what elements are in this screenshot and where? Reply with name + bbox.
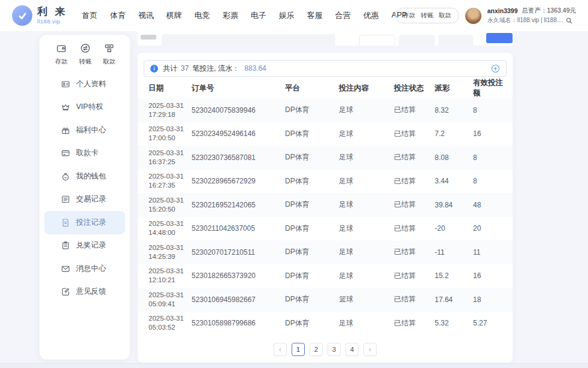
nav-item[interactable]: 视讯 — [138, 10, 154, 21]
cell-payout: 8.32 — [435, 106, 473, 114]
cell-payout: -11 — [435, 248, 473, 257]
sidebar-item[interactable]: 兑奖记录 — [44, 234, 125, 258]
sidebar-item[interactable]: 福利中心 — [44, 119, 125, 142]
table-row: 2025-03-3116:37:255230230736587081DP体育足球… — [138, 146, 513, 170]
pagination: ‹1234› — [138, 343, 513, 356]
plus-circle-icon[interactable] — [491, 64, 500, 73]
sidebar-item-label: 个人资料 — [76, 79, 106, 89]
page-number[interactable]: 2 — [310, 343, 323, 356]
nav-item[interactable]: 彩票 — [223, 10, 238, 21]
table-row: 2025-03-3105:09:415230106945982667DP体育篮球… — [138, 288, 513, 312]
cell-valid: 5.27 — [473, 319, 505, 327]
filter-search-button[interactable] — [486, 33, 513, 43]
filter-option[interactable] — [438, 35, 473, 46]
sidebar-item[interactable]: 取款卡 — [44, 142, 125, 165]
avatar[interactable] — [465, 8, 481, 24]
nav-item[interactable]: 电竞 — [195, 10, 210, 21]
crown-icon — [61, 102, 70, 111]
cell-content: 足球 — [339, 152, 394, 162]
cell-date: 2025-03-3105:09:41 — [148, 291, 192, 309]
cell-date: 2025-03-3117:29:18 — [148, 101, 192, 119]
nav-item[interactable]: 优惠 — [363, 10, 379, 21]
table-header-cell: 投注状态 — [394, 83, 435, 93]
cell-valid: 8 — [473, 153, 505, 162]
user-info: anxin3399 总资产：1363.49元 永久域名：ll188.vip | … — [487, 7, 576, 25]
sidebar-item-label: 福利中心 — [76, 125, 106, 135]
wallet-action[interactable]: 转账 — [421, 11, 434, 20]
sidebar-item[interactable]: 个人资料 — [44, 73, 125, 96]
nav-item[interactable]: 首页 — [82, 10, 98, 21]
filter-input[interactable] — [162, 34, 335, 46]
nav-item[interactable]: 棋牌 — [166, 10, 182, 21]
sidebar-quick-actions: 存款转账取款 — [40, 35, 130, 66]
cell-status: 已结算 — [394, 247, 435, 257]
quick-action-transfer[interactable]: 转账 — [79, 43, 92, 66]
cell-payout: 7.2 — [435, 129, 473, 138]
sidebar-item-label: 消息中心 — [76, 264, 106, 274]
permanent-domain: 永久域名：ll188.vip | ll188.... — [487, 16, 563, 25]
quick-action-label: 取款 — [103, 58, 116, 66]
main-nav: 首页体育视讯棋牌电竞彩票电子娱乐客服合营优惠APP — [82, 10, 395, 21]
cell-platform: DP体育 — [285, 176, 339, 186]
logo-title: 利 来 — [37, 7, 68, 17]
sidebar-item[interactable]: 交易记录 — [44, 188, 125, 212]
bet-table: 日期订单号平台投注内容投注状态派彩有效投注额 2025-03-3117:29:1… — [138, 78, 513, 335]
nav-item[interactable]: 体育 — [110, 10, 126, 21]
filter-label — [141, 35, 156, 40]
withdraw-icon — [104, 43, 114, 56]
page-number[interactable]: 3 — [328, 343, 341, 356]
cell-date: 2025-03-3116:27:35 — [148, 172, 192, 190]
cell-platform: DP体育 — [285, 271, 339, 281]
cell-order: 5230240075839946 — [192, 106, 285, 114]
topbar-right: 存款转账取款 anxin3399 总资产：1363.49元 永久域名：ll188… — [395, 7, 576, 25]
cell-date: 2025-03-3114:25:39 — [148, 243, 192, 261]
quick-action-withdraw[interactable]: 取款 — [103, 43, 116, 66]
sidebar-item[interactable]: 意见反馈 — [44, 280, 125, 304]
sidebar-item[interactable]: 我的钱包 — [44, 165, 125, 188]
cell-payout: 8.08 — [435, 153, 473, 162]
wallet-action[interactable]: 取款 — [439, 11, 451, 20]
page-prev[interactable]: ‹ — [274, 343, 287, 356]
cell-payout: 17.64 — [435, 295, 473, 304]
cell-content: 足球 — [339, 176, 394, 186]
summary-middle: 笔投注, 流水： — [192, 64, 240, 74]
sidebar-item-label: 我的钱包 — [76, 171, 106, 182]
nav-item[interactable]: 客服 — [307, 10, 323, 21]
nav-item[interactable]: 合营 — [335, 10, 351, 21]
cell-status: 已结算 — [394, 200, 435, 210]
deposit-icon — [56, 43, 66, 56]
page-number[interactable]: 4 — [345, 343, 359, 356]
cell-date: 2025-03-3117:00:50 — [148, 125, 192, 143]
cell-platform: DP体育 — [285, 247, 339, 257]
sidebar-item[interactable]: VIP特权 — [44, 96, 125, 119]
summary-prefix: 共计 — [163, 64, 177, 74]
sidebar-item[interactable]: 消息中心 — [44, 257, 125, 280]
table-header-cell: 平台 — [285, 83, 339, 93]
table-header-cell: 订单号 — [192, 83, 285, 93]
bet-record-icon — [61, 218, 70, 227]
wallet-action[interactable]: 存款 — [403, 11, 416, 20]
sidebar-item[interactable]: 投注记录 — [44, 211, 125, 234]
page-next[interactable]: › — [363, 343, 377, 356]
table-body: 2025-03-3117:29:185230240075839946DP体育足球… — [138, 98, 513, 335]
cell-content: 足球 — [339, 105, 394, 115]
nav-item[interactable]: 娱乐 — [279, 10, 295, 21]
cell-content: 足球 — [339, 318, 394, 328]
table-header-cell: 有效投注额 — [473, 78, 505, 98]
cell-status: 已结算 — [394, 129, 435, 139]
cell-payout: 5.32 — [435, 319, 473, 327]
wallet-actions: 存款转账取款 — [395, 8, 459, 23]
filter-option[interactable] — [359, 35, 395, 46]
username: anxin3399 — [487, 7, 518, 14]
cell-payout: 15.2 — [435, 272, 473, 280]
search-icon[interactable] — [566, 17, 572, 24]
sidebar-item-label: VIP特权 — [76, 102, 103, 112]
sidebar: 存款转账取款 个人资料VIP特权福利中心取款卡我的钱包交易记录投注记录兑奖记录消… — [40, 35, 130, 360]
filter-option[interactable] — [399, 35, 435, 46]
page-number[interactable]: 1 — [292, 343, 305, 356]
table-header-cell: 派彩 — [435, 83, 473, 93]
cell-status: 已结算 — [394, 152, 435, 162]
logo[interactable]: 利 来 ll188.vip — [12, 5, 68, 26]
nav-item[interactable]: 电子 — [251, 10, 266, 21]
quick-action-deposit[interactable]: 存款 — [55, 43, 68, 66]
